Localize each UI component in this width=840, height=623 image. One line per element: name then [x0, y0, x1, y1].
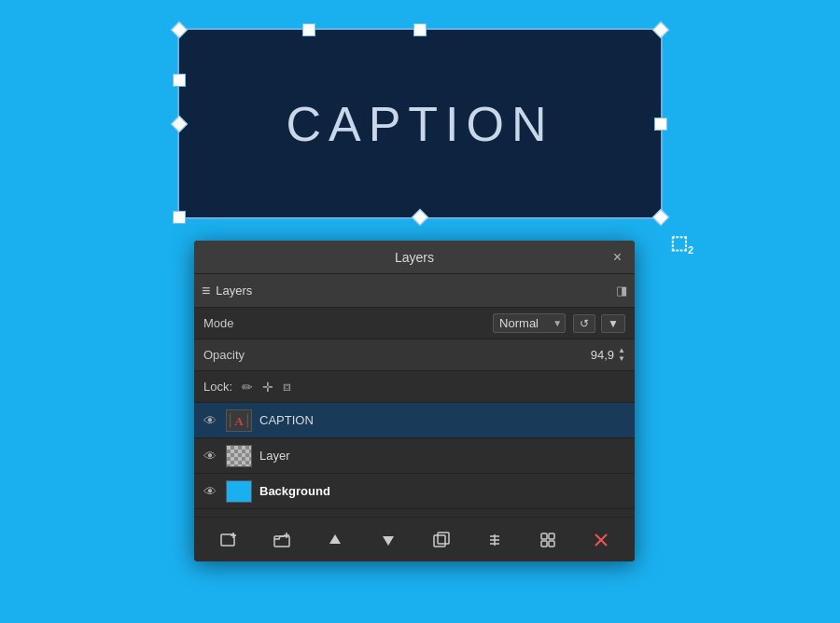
layer-item[interactable]: 👁 Layer [194, 438, 635, 474]
layer-name: CAPTION [259, 413, 314, 427]
opacity-up-icon[interactable]: ▲ [618, 347, 625, 354]
svg-marker-11 [383, 536, 394, 546]
new-group-button[interactable] [267, 527, 297, 553]
layer-name: Layer [259, 449, 290, 463]
layers-header-bar: ≡ Layers ◨ [194, 274, 635, 308]
lock-paint-icon[interactable]: ✏ [242, 380, 253, 395]
panel-pin-icon[interactable]: ◨ [616, 284, 627, 298]
mode-select-wrapper: Normal Dissolve Multiply Screen Overlay … [493, 313, 566, 333]
duplicate-button[interactable] [427, 527, 456, 553]
anchor-button[interactable] [533, 527, 563, 553]
svg-text:A: A [234, 413, 244, 427]
layer-thumbnail [226, 445, 252, 467]
layer-visibility-icon[interactable]: 👁 [202, 413, 218, 428]
mode-row: Mode Normal Dissolve Multiply Screen Ove… [194, 308, 635, 339]
svg-marker-10 [329, 534, 341, 544]
canvas: CAPTION ⬚2 Layers × ≡ [0, 0, 840, 623]
svg-rect-13 [438, 533, 449, 544]
mode-extra: ↺ ▼ [573, 314, 625, 333]
opacity-stepper[interactable]: ▲ ▼ [618, 347, 625, 363]
mode-label: Mode [203, 316, 493, 330]
layers-panel: Layers × ≡ Layers ◨ Mode Normal Dissolve… [194, 241, 635, 561]
opacity-row: Opacity 94,9 ▲ ▼ [194, 339, 635, 371]
layer-item[interactable]: 👁 A CAPTION [194, 403, 635, 438]
spacer [194, 509, 635, 517]
delete-button[interactable] [586, 527, 616, 553]
opacity-down-icon[interactable]: ▼ [618, 355, 625, 363]
panel-titlebar: Layers × [194, 241, 635, 274]
layers-icon: ≡ [202, 283, 210, 299]
cursor-icon: ⬚2 [670, 231, 693, 256]
caption-object[interactable]: CAPTION [177, 28, 663, 219]
svg-rect-20 [541, 541, 547, 547]
layer-name: Background [259, 484, 330, 498]
svg-rect-4 [221, 534, 234, 546]
move-up-button[interactable] [320, 527, 350, 553]
layer-item[interactable]: 👁 Background [194, 474, 635, 509]
layer-visibility-icon[interactable]: 👁 [202, 484, 218, 499]
layer-list: 👁 A CAPTION 👁 Layer 👁 [194, 403, 635, 509]
opacity-value: 94,9 [591, 348, 614, 362]
layer-visibility-icon[interactable]: 👁 [202, 449, 218, 464]
mode-reset-button[interactable]: ↺ [573, 314, 595, 333]
svg-rect-21 [549, 541, 554, 547]
lock-alpha-icon[interactable]: ⧈ [283, 379, 291, 395]
svg-rect-18 [541, 533, 547, 539]
merge-button[interactable] [480, 527, 510, 553]
new-layer-button[interactable] [214, 527, 244, 553]
panel-title: Layers [395, 250, 434, 265]
svg-rect-12 [434, 535, 445, 547]
layer-thumbnail: A [226, 409, 252, 432]
mode-more-button[interactable]: ▼ [601, 314, 625, 333]
lock-move-icon[interactable]: ✛ [262, 380, 273, 395]
panel-toolbar [194, 517, 635, 561]
opacity-label: Opacity [203, 348, 591, 362]
close-button[interactable]: × [609, 248, 625, 267]
lock-label: Lock: [203, 380, 232, 394]
move-down-button[interactable] [373, 527, 403, 553]
layer-thumbnail [226, 480, 252, 503]
mode-select[interactable]: Normal Dissolve Multiply Screen Overlay [493, 313, 566, 333]
layers-header-label: Layers [216, 284, 252, 298]
caption-text: CAPTION [286, 96, 553, 152]
svg-rect-19 [549, 533, 554, 539]
lock-row: Lock: ✏ ✛ ⧈ [194, 371, 635, 403]
